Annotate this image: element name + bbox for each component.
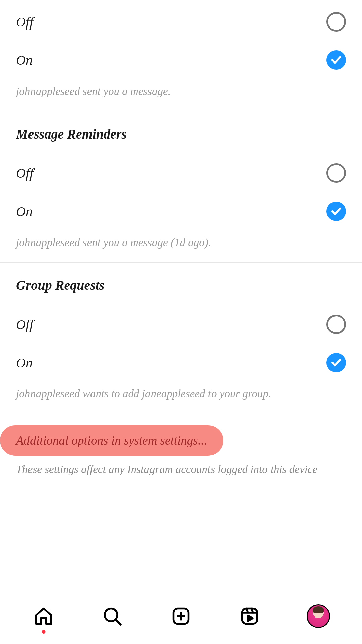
home-notification-dot <box>42 630 46 634</box>
radio-unchecked-icon <box>326 12 346 32</box>
nav-create[interactable] <box>168 603 194 630</box>
search-icon <box>102 606 122 626</box>
bottom-nav <box>0 597 362 644</box>
option-label: Off <box>16 317 33 332</box>
option-label: On <box>16 204 33 219</box>
plus-square-icon <box>171 606 191 626</box>
radio-checked-icon <box>326 353 346 372</box>
option-on[interactable]: On <box>0 343 362 382</box>
nav-profile[interactable] <box>305 603 332 630</box>
radio-checked-icon <box>326 202 346 221</box>
system-settings-label: Additional options in system settings... <box>16 434 207 447</box>
section-message-reminders: Message Reminders Off On johnappleseed s… <box>0 111 362 263</box>
example-text: johnappleseed wants to add janeappleseed… <box>0 382 362 400</box>
system-settings-note: These settings affect any Instagram acco… <box>0 456 362 476</box>
section-messages: Off On johnappleseed sent you a message. <box>0 0 362 111</box>
option-on[interactable]: On <box>0 192 362 230</box>
radio-unchecked-icon <box>326 315 346 334</box>
option-label: On <box>16 355 33 371</box>
option-off[interactable]: Off <box>0 305 362 343</box>
section-system-settings: Additional options in system settings...… <box>0 414 362 476</box>
svg-line-1 <box>116 620 121 625</box>
option-off[interactable]: Off <box>0 154 362 192</box>
reels-icon <box>240 606 260 626</box>
svg-marker-9 <box>248 616 253 621</box>
option-label: Off <box>16 165 33 181</box>
section-title: Message Reminders <box>0 111 362 154</box>
avatar-icon <box>307 604 330 628</box>
option-off[interactable]: Off <box>0 0 362 41</box>
example-text: johnappleseed sent you a message. <box>0 79 362 98</box>
section-title: Group Requests <box>0 263 362 305</box>
section-group-requests: Group Requests Off On johnappleseed want… <box>0 263 362 414</box>
example-text: johnappleseed sent you a message (1d ago… <box>0 230 362 249</box>
option-label: On <box>16 52 33 68</box>
system-settings-link[interactable]: Additional options in system settings... <box>0 425 223 456</box>
nav-home[interactable] <box>30 603 57 630</box>
radio-unchecked-icon <box>326 163 346 183</box>
home-icon <box>34 606 54 626</box>
option-label: Off <box>16 14 33 30</box>
nav-search[interactable] <box>99 603 126 630</box>
nav-reels[interactable] <box>236 603 263 630</box>
radio-checked-icon <box>326 50 346 70</box>
option-on[interactable]: On <box>0 41 362 79</box>
